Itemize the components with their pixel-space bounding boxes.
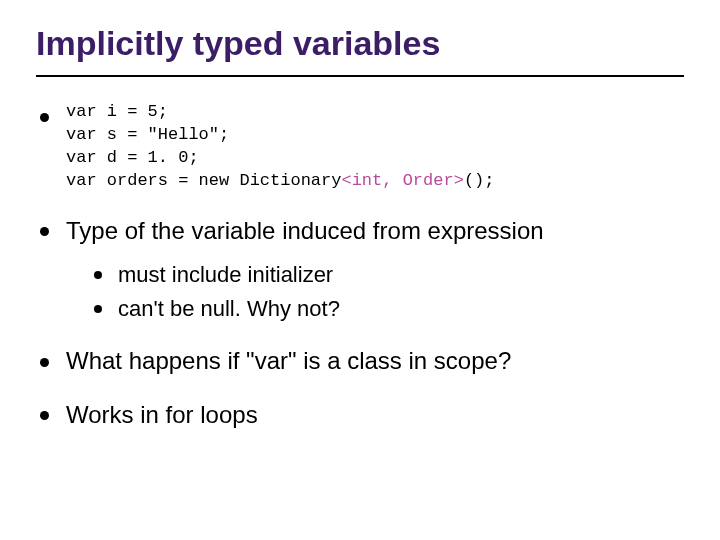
sub-bullet-text: must include initializer [118, 262, 333, 287]
sub-bullet-list: must include initializer can't be null. … [66, 260, 684, 323]
sub-bullet-initializer: must include initializer [94, 260, 684, 290]
code-line-1: var i = 5; [66, 102, 168, 121]
sub-bullet-null: can't be null. Why not? [94, 294, 684, 324]
bullet-list: var i = 5; var s = "Hello"; var d = 1. 0… [36, 101, 684, 430]
bullet-text: What happens if "var" is a class in scop… [66, 347, 511, 374]
sub-bullet-text: can't be null. Why not? [118, 296, 340, 321]
code-block: var i = 5; var s = "Hello"; var d = 1. 0… [66, 101, 684, 193]
bullet-type-induced: Type of the variable induced from expres… [40, 215, 684, 324]
bullet-for-loops: Works in for loops [40, 399, 684, 430]
code-line-4c: (); [464, 171, 495, 190]
bullet-text: Type of the variable induced from expres… [66, 217, 544, 244]
code-line-3: var d = 1. 0; [66, 148, 199, 167]
bullet-text: Works in for loops [66, 401, 258, 428]
code-line-4a: var orders = new Dictionary [66, 171, 341, 190]
slide: Implicitly typed variables var i = 5; va… [0, 0, 720, 540]
code-generics: <int, Order> [341, 171, 463, 190]
title-rule [36, 75, 684, 77]
bullet-code: var i = 5; var s = "Hello"; var d = 1. 0… [40, 101, 684, 193]
code-line-2: var s = "Hello"; [66, 125, 229, 144]
bullet-var-class: What happens if "var" is a class in scop… [40, 345, 684, 376]
slide-title: Implicitly typed variables [36, 24, 684, 69]
